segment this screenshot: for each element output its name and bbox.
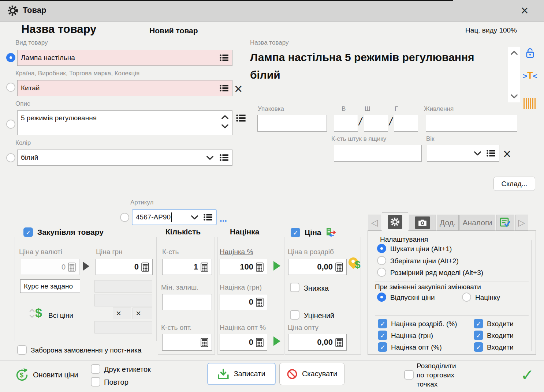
description-textarea[interactable]: 5 режимів регулювання [17,110,232,135]
list-icon[interactable] [236,114,246,122]
radio-selling-prices[interactable] [377,293,386,302]
calculator-icon[interactable] [201,263,208,272]
barcode-icon[interactable] [523,98,537,109]
qty-input[interactable]: 1 [162,259,212,275]
price-grn-input[interactable]: 0 [96,259,153,275]
markup-grn-input[interactable]: 0 [220,294,267,310]
box-qty-input[interactable] [334,145,422,162]
product-type-radio[interactable] [6,53,15,62]
distribute-checkbox[interactable] [404,370,414,380]
markup-pct-input[interactable]: 100 [220,259,267,275]
scroll-down-icon[interactable] [221,124,229,129]
calculator-icon[interactable] [256,298,264,307]
retail-price-input[interactable]: 0,00 [288,259,347,275]
warehouse-button[interactable]: Склад... [493,177,535,191]
repeat-checkbox[interactable] [91,377,100,387]
forbid-order-checkbox[interactable] [17,345,27,355]
depth-input[interactable] [394,115,418,132]
purchase-checkbox[interactable] [23,227,33,237]
list-icon[interactable] [220,54,229,61]
apply-markup-icon[interactable] [273,261,280,271]
more-options-link[interactable]: ... [220,214,227,224]
discount-checkbox[interactable] [290,283,299,292]
tab-checklist[interactable] [496,215,514,231]
markup-retail-checkbox[interactable] [378,319,387,328]
calculator-icon[interactable] [68,263,76,272]
include-checkbox[interactable] [474,319,483,328]
fit-text-icon[interactable]: >T< [523,70,537,81]
tab-photo[interactable] [409,215,436,231]
name-scrollbar[interactable] [508,47,520,102]
include-checkbox[interactable] [474,342,483,352]
price-tag-icon[interactable]: $ [349,257,363,271]
color-radio[interactable] [6,153,15,162]
scroll-up-icon[interactable] [510,50,518,55]
tabs-scroll-left-icon[interactable]: ◁ [368,215,381,231]
chevron-down-icon[interactable] [474,151,481,156]
option-size-range[interactable]: Розмірний ряд моделі (Alt+3) [390,269,483,277]
markup-opt-checkbox[interactable] [378,342,387,352]
clear-country-icon[interactable]: × [234,81,242,97]
unlock-icon[interactable] [525,48,535,59]
country-input[interactable]: Китай [17,80,232,96]
export-prices-icon[interactable] [326,227,338,238]
price-checkbox[interactable] [291,228,300,237]
color-input[interactable]: білий [17,150,232,166]
markup-opt-input[interactable]: 0 [220,334,267,351]
tabs-scroll-right-icon[interactable]: ▷ [515,215,528,231]
list-icon[interactable] [220,84,229,92]
wholesale-price-input[interactable]: 0,00 [288,334,347,351]
height-input[interactable] [334,115,358,132]
calculator-icon[interactable] [335,263,343,272]
country-radio[interactable] [6,83,15,92]
tab-analogs[interactable]: Аналоги [459,215,495,231]
clear-age-icon[interactable]: × [503,146,511,162]
cancel-button[interactable]: Скасувати [279,363,344,385]
close-icon[interactable]: × [515,1,534,20]
price-currency-input[interactable]: 0 [21,259,79,275]
min-stock-input[interactable] [162,294,212,310]
option-markup[interactable]: Націнку [475,294,500,302]
width-input[interactable] [364,115,388,132]
qty-opt-input[interactable] [162,334,212,351]
all-prices-label[interactable]: Всі ціни [48,312,73,320]
markup-pct-link[interactable]: Націнка % [220,248,253,256]
list-icon[interactable] [204,214,213,221]
calculator-icon[interactable] [141,263,149,272]
tab-settings[interactable] [382,212,408,231]
exchange-rate-box[interactable]: Курс не задано [20,279,80,293]
update-prices-label[interactable]: Оновити ціни [33,371,78,379]
chevron-down-icon[interactable] [191,215,198,220]
markup-grn-checkbox[interactable] [378,331,387,340]
refresh-prices-icon[interactable] [15,368,29,382]
save-button[interactable]: Записати [207,363,276,385]
sku-input[interactable]: 4567-AP90 [132,209,217,225]
sku-radio[interactable] [120,213,129,222]
apply-markup-opt-icon[interactable] [273,336,280,346]
option-keep-prices[interactable]: Зберігати ціни (Alt+2) [390,257,459,265]
calculator-icon[interactable] [201,338,208,347]
list-icon[interactable] [487,150,496,157]
markdown-checkbox[interactable] [290,310,299,320]
calculator-icon[interactable] [256,263,264,272]
product-type-input[interactable]: Лампа настільна [17,50,232,66]
scroll-down-icon[interactable] [510,94,518,99]
radio-markup[interactable] [462,293,471,302]
option-selling-prices[interactable]: Відпускні ціни [390,294,435,302]
scroll-up-icon[interactable] [221,115,229,120]
radio-keep-prices[interactable] [377,256,386,265]
list-icon[interactable] [220,154,229,161]
description-radio[interactable] [6,120,15,129]
radio-search-prices[interactable] [377,244,386,253]
tab-additional[interactable]: Дод. [437,215,459,231]
option-search-prices[interactable]: Шукати ціни (Alt+1) [390,245,452,253]
print-labels-checkbox[interactable] [91,364,100,374]
radio-size-range[interactable] [377,268,386,277]
calculator-icon[interactable] [256,338,264,347]
age-input[interactable] [427,145,499,162]
chevron-down-icon[interactable] [206,155,214,160]
calculator-icon[interactable] [335,338,343,347]
include-checkbox[interactable] [474,331,483,340]
all-prices-icon[interactable]: $ [29,307,47,322]
power-input[interactable] [426,115,517,132]
